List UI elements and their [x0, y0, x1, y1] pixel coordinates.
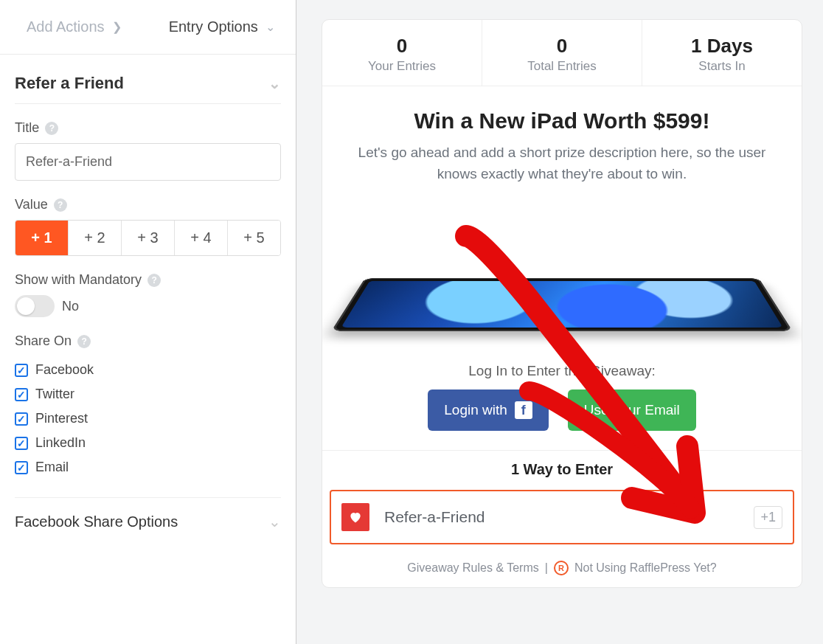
value-btn-4[interactable]: + 4	[175, 221, 228, 255]
card-footer: Giveaway Rules & Terms | R Not Using Raf…	[322, 553, 802, 587]
value-btn-1[interactable]: + 1	[15, 221, 69, 255]
help-icon[interactable]: ?	[54, 198, 67, 212]
stat-your-entries-value: 0	[322, 35, 482, 58]
login-buttons: Login with f Use Your Email	[322, 389, 802, 431]
chevron-right-icon: ❯	[112, 20, 122, 34]
checkbox-checked-icon: ✓	[15, 364, 28, 377]
mandatory-toggle[interactable]	[15, 295, 55, 317]
stat-your-entries: 0 Your Entries	[322, 20, 482, 86]
help-icon[interactable]: ?	[45, 122, 58, 135]
stat-starts-in-value: 1 Days	[642, 35, 802, 58]
title-input[interactable]	[15, 143, 281, 181]
login-facebook-label: Login with	[444, 402, 507, 418]
section-fb-share-options[interactable]: Facebook Share Options ⌄	[15, 498, 281, 541]
tab-add-actions[interactable]: Add Actions ❯	[0, 0, 148, 54]
ipad-illustration	[331, 278, 793, 331]
giveaway-headline[interactable]: Win a New iPad Worth $599!	[346, 108, 778, 134]
checkbox-checked-icon: ✓	[15, 461, 28, 474]
login-prompt: Log In to Enter this Giveaway:	[322, 363, 802, 379]
tab-entry-options-label: Entry Options	[169, 18, 258, 35]
value-btn-5[interactable]: + 5	[228, 221, 280, 255]
stat-total-entries-value: 0	[482, 35, 642, 58]
shareon-label-row: Share On ?	[15, 333, 281, 349]
help-icon[interactable]: ?	[77, 335, 91, 348]
value-btn-3[interactable]: + 3	[122, 221, 175, 255]
stat-starts-in-label: Starts In	[642, 59, 802, 74]
value-label: Value	[15, 197, 48, 212]
shareon-twitter[interactable]: ✓Twitter	[15, 382, 281, 406]
prize-image[interactable]	[322, 202, 802, 350]
entry-value-badge: +1	[754, 506, 782, 529]
section-refer-friend-label: Refer a Friend	[15, 74, 124, 93]
stat-total-entries: 0 Total Entries	[482, 20, 642, 86]
sidebar-tabs: Add Actions ❯ Entry Options ⌄	[0, 0, 296, 55]
stat-starts-in: 1 Days Starts In	[642, 20, 802, 86]
value-btn-2[interactable]: + 2	[69, 221, 122, 255]
chevron-down-icon: ⌄	[265, 20, 275, 34]
toggle-knob-icon	[17, 297, 35, 315]
help-icon[interactable]: ?	[147, 274, 161, 287]
value-label-row: Value ?	[15, 197, 281, 212]
stat-total-entries-label: Total Entries	[482, 59, 642, 74]
stats-row: 0 Your Entries 0 Total Entries 1 Days St…	[322, 20, 802, 86]
chevron-down-icon: ⌄	[268, 75, 281, 92]
footer-separator: |	[545, 561, 548, 575]
shareon-linkedin-label: LinkedIn	[35, 435, 86, 451]
ways-to-enter-header: 1 Way to Enter	[322, 450, 802, 490]
tab-add-actions-label: Add Actions	[27, 18, 105, 35]
title-label: Title	[15, 120, 39, 136]
entry-title: Refer-a-Friend	[384, 508, 739, 526]
shareon-twitter-label: Twitter	[35, 387, 74, 402]
mandatory-label: Show with Mandatory	[15, 272, 142, 288]
mandatory-label-row: Show with Mandatory ?	[15, 272, 281, 288]
tab-entry-options[interactable]: Entry Options ⌄	[148, 0, 296, 54]
shareon-linkedin[interactable]: ✓LinkedIn	[15, 431, 281, 455]
section-refer-friend[interactable]: Refer a Friend ⌄	[15, 68, 281, 104]
shareon-label: Share On	[15, 333, 72, 349]
value-button-group: + 1 + 2 + 3 + 4 + 5	[15, 220, 281, 256]
refer-friend-panel: Refer a Friend ⌄ Title ? Value ? + 1 + 2…	[0, 55, 296, 548]
login-facebook-button[interactable]: Login with f	[428, 389, 549, 431]
shareon-facebook[interactable]: ✓Facebook	[15, 358, 281, 382]
chevron-down-icon: ⌄	[268, 513, 281, 530]
heart-icon	[341, 503, 369, 531]
shareon-facebook-label: Facebook	[35, 362, 94, 378]
shareon-pinterest-label: Pinterest	[35, 411, 88, 426]
stat-your-entries-label: Your Entries	[322, 59, 482, 74]
mandatory-toggle-row: No	[15, 295, 281, 317]
shareon-pinterest[interactable]: ✓Pinterest	[15, 406, 281, 431]
rafflepress-badge-icon: R	[554, 561, 569, 575]
headline-block: Win a New iPad Worth $599! Let's go ahea…	[322, 86, 802, 202]
checkbox-checked-icon: ✓	[15, 437, 28, 450]
rafflepress-cta-link[interactable]: Not Using RafflePress Yet?	[574, 561, 717, 575]
ipad-screen-icon	[341, 281, 782, 328]
mandatory-toggle-state: No	[62, 299, 79, 314]
login-email-button[interactable]: Use Your Email	[568, 389, 696, 431]
shareon-email[interactable]: ✓Email	[15, 455, 281, 479]
login-block: Log In to Enter this Giveaway: Login wit…	[322, 350, 802, 450]
shareon-email-label: Email	[35, 460, 69, 475]
shareon-list: ✓Facebook ✓Twitter ✓Pinterest ✓LinkedIn …	[15, 358, 281, 479]
settings-sidebar: Add Actions ❯ Entry Options ⌄ Refer a Fr…	[0, 0, 296, 644]
title-label-row: Title ?	[15, 120, 281, 136]
section-fb-share-label: Facebook Share Options	[15, 513, 178, 530]
checkbox-checked-icon: ✓	[15, 388, 28, 401]
login-email-label: Use Your Email	[584, 402, 680, 418]
entry-refer-a-friend[interactable]: Refer-a-Friend +1	[330, 490, 794, 544]
giveaway-subhead[interactable]: Let's go ahead and add a short prize des…	[346, 142, 778, 184]
facebook-icon: f	[515, 401, 532, 419]
rules-terms-link[interactable]: Giveaway Rules & Terms	[407, 561, 538, 575]
preview-area: 0 Your Entries 0 Total Entries 1 Days St…	[296, 0, 823, 644]
giveaway-card: 0 Your Entries 0 Total Entries 1 Days St…	[322, 19, 802, 588]
checkbox-checked-icon: ✓	[15, 412, 28, 426]
